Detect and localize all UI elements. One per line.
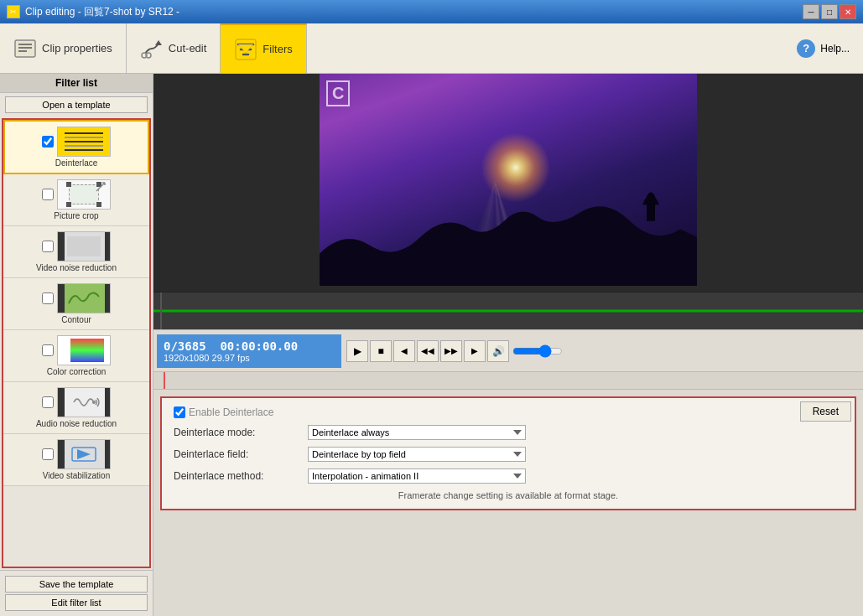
settings-note: Framerate change setting is available at… [174, 490, 843, 500]
filter-checkbox-picture-crop[interactable] [42, 189, 54, 200]
filter-panel-bottom: Save the template Edit filter list [0, 570, 153, 616]
toolbar-right: ? Help... [783, 23, 863, 73]
settings-row-field: Deinterlace field: Deinterlace by top fi… [174, 447, 843, 462]
filter-checkbox-video-stabilization[interactable] [42, 448, 54, 460]
playback-info: 0/3685 00:00:00.00 1920x1080 29.97 fps [157, 334, 341, 368]
video-row: C [153, 74, 863, 292]
method-select[interactable]: Interpolation - animation II Blend field… [308, 468, 526, 484]
window-title: Clip editing - 回覧7-shot by SR12 - [25, 5, 179, 19]
filter-item-video-stabilization[interactable]: Video stabilization [3, 434, 149, 486]
filter-panel-title: Filter list [0, 74, 153, 93]
settings-box: Enable Deinterlace Deinterlace mode: Dei… [160, 396, 856, 510]
filter-label-audio-nr: Audio noise reduction [36, 419, 117, 428]
enable-deinterlace-label: Enable Deinterlace [189, 406, 273, 418]
play-button[interactable]: ▶ [346, 340, 368, 362]
tab-clip-properties[interactable]: Clip properties [0, 23, 127, 73]
playback-resolution: 1920x1080 29.97 fps [164, 353, 335, 363]
filter-checkbox-vnr[interactable] [42, 241, 54, 252]
help-icon: ? [797, 39, 815, 58]
filter-list: Deinterlace [2, 118, 151, 568]
field-label: Deinterlace field: [174, 448, 308, 460]
rewind-button[interactable]: ◀◀ [417, 340, 439, 362]
volume-slider[interactable] [512, 345, 563, 357]
enable-deinterlace-checkbox[interactable] [174, 406, 185, 418]
filter-icon-video-stabilization [57, 439, 111, 469]
close-button[interactable]: ✕ [840, 4, 856, 19]
main-content: Filter list Open a template [0, 74, 863, 616]
playback-bar: 0/3685 00:00:00.00 1920x1080 29.97 fps ▶… [153, 329, 863, 371]
main-toolbar: Clip properties Cut-edit Filters ? Help.… [0, 23, 863, 74]
clip-properties-icon [13, 37, 37, 60]
filter-item-contour[interactable]: Contour [3, 278, 149, 330]
edit-filter-button[interactable]: Edit filter list [5, 594, 148, 611]
fast-forward-button[interactable]: ▶▶ [440, 340, 462, 362]
tab-filters[interactable]: Filters [221, 23, 306, 73]
svg-point-12 [92, 401, 96, 404]
filter-item-picture-crop[interactable]: Picture crop [3, 174, 149, 226]
timeline-ruler[interactable] [153, 371, 863, 390]
filter-item-audio-nr[interactable]: Audio noise reduction [3, 382, 149, 434]
filter-checkbox-deinterlace[interactable] [42, 136, 54, 148]
filter-checkbox-contour[interactable] [42, 292, 54, 304]
video-preview: C [320, 74, 697, 286]
filter-checkbox-audio-nr[interactable] [42, 396, 54, 408]
cut-edit-icon [140, 37, 164, 60]
filter-label-contour: Contour [61, 315, 91, 324]
filter-icon-vnr [57, 231, 111, 261]
video-frame: C [320, 74, 697, 286]
mode-select[interactable]: Deinterlace always Deinterlace if flagge… [308, 425, 526, 440]
help-label: Help... [820, 43, 850, 54]
filter-panel: Filter list Open a template [0, 74, 153, 616]
next-frame-button[interactable]: ▶ [464, 340, 486, 362]
timeline-strip[interactable] [153, 292, 863, 329]
field-select[interactable]: Deinterlace by top field Deinterlace by … [308, 447, 526, 462]
filter-item-vnr[interactable]: Video noise reduction [3, 226, 149, 278]
minimize-button[interactable]: ─ [803, 4, 819, 19]
cut-edit-label: Cut-edit [169, 42, 207, 54]
watermark-c: C [326, 80, 350, 106]
filter-item-color-correction[interactable]: Color correction [3, 330, 149, 382]
app-icon: ✂ [7, 5, 20, 18]
filter-label-vnr: Video noise reduction [36, 263, 117, 272]
save-template-button[interactable]: Save the template [5, 576, 148, 593]
svg-marker-4 [155, 40, 162, 45]
filter-icon-deinterlace [57, 127, 111, 157]
volume-button[interactable]: 🔊 [487, 340, 509, 362]
mode-label: Deinterlace mode: [174, 427, 308, 438]
settings-row-method: Deinterlace method: Interpolation - anim… [174, 468, 843, 484]
filter-label-color-correction: Color correction [47, 367, 107, 376]
filter-label-video-stabilization: Video stabilization [43, 471, 110, 480]
filter-label-picture-crop: Picture crop [54, 211, 98, 220]
settings-row-mode: Deinterlace mode: Deinterlace always Dei… [174, 425, 843, 440]
content-area: C 0/3685 00:00:00.00 [153, 74, 863, 616]
filter-checkbox-color-correction[interactable] [42, 344, 54, 356]
filter-icon-color-correction [57, 335, 111, 365]
playback-controls: ▶ ■ ◀ ◀◀ ▶▶ ▶ 🔊 [346, 340, 563, 362]
open-template-button[interactable]: Open a template [5, 96, 148, 113]
svg-line-9 [96, 183, 105, 191]
restore-button[interactable]: □ [821, 4, 838, 19]
volume-slider-area [512, 345, 563, 357]
filters-label: Filters [263, 43, 292, 55]
clip-properties-label: Clip properties [42, 42, 112, 54]
filter-icon-audio-nr [57, 387, 111, 417]
svg-rect-0 [15, 40, 35, 57]
prev-frame-button[interactable]: ◀ [393, 340, 415, 362]
tab-cut-edit[interactable]: Cut-edit [127, 23, 221, 73]
enable-row: Enable Deinterlace [174, 406, 843, 418]
settings-panel: Reset Enable Deinterlace Deinterlace mod… [153, 390, 863, 616]
title-bar: ✂ Clip editing - 回覧7-shot by SR12 - ─ □ … [0, 0, 863, 23]
method-label: Deinterlace method: [174, 470, 308, 482]
playback-position: 0/3685 00:00:00.00 [164, 339, 298, 353]
filters-icon [234, 38, 257, 61]
filter-icon-picture-crop [57, 179, 111, 210]
help-button[interactable]: ? Help... [797, 39, 850, 58]
stop-button[interactable]: ■ [370, 340, 392, 362]
reset-button[interactable]: Reset [800, 401, 851, 422]
filter-label-deinterlace: Deinterlace [55, 158, 98, 168]
filter-item-deinterlace[interactable]: Deinterlace [3, 120, 149, 174]
filter-icon-contour [57, 283, 111, 313]
